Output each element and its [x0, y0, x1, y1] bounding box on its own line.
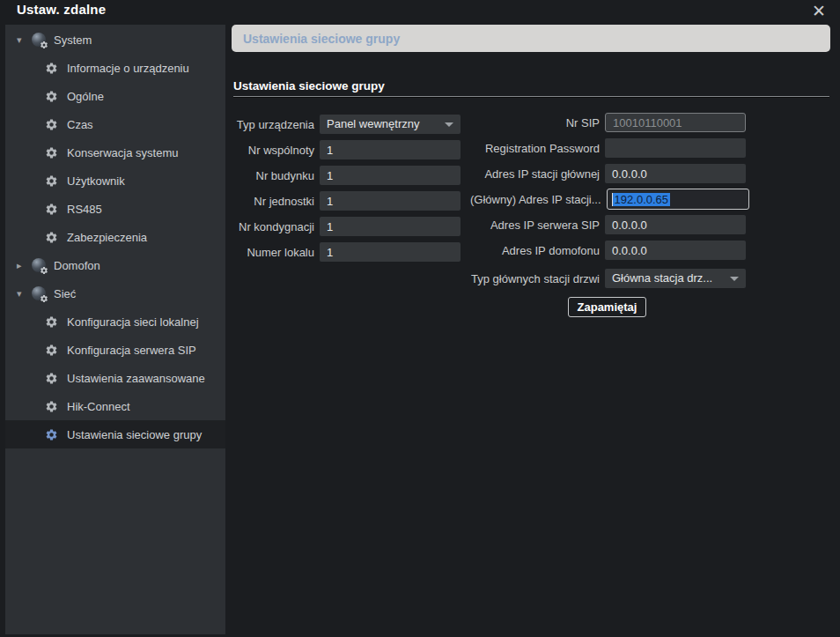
form-row-main-door-station-ip: (Główny) Adres IP stacji... 192.0.0.65	[470, 189, 749, 209]
gear-icon	[45, 203, 58, 216]
settings-tree: ▾ System Informacje o urządzeniu Ogólne …	[5, 25, 225, 448]
sidebar-item-time[interactable]: Czas	[5, 110, 225, 138]
main-station-ip-input[interactable]	[605, 164, 746, 183]
settings-sidebar: ▾ System Informacje o urządzeniu Ogólne …	[5, 25, 225, 634]
gear-icon	[45, 400, 58, 413]
form-row-sip-no: Nr SIP	[470, 113, 749, 132]
sip-server-ip-label: Adres IP serwera SIP	[470, 219, 600, 232]
building-no-input[interactable]	[320, 166, 461, 185]
intercom-ip-input[interactable]	[605, 241, 746, 260]
community-no-label: Nr wspólnoty	[232, 144, 314, 157]
gear-icon	[45, 372, 58, 385]
sidebar-item-label: Sieć	[54, 287, 76, 300]
form-row-registration-password: Registration Password	[470, 138, 749, 158]
main-station-ip-label: Adres IP stacji głównej	[470, 167, 600, 181]
gear-icon	[45, 231, 58, 244]
sidebar-item-user[interactable]: Użytkownik	[5, 167, 225, 195]
form-row-community-no: Nr wspólnoty	[232, 140, 461, 159]
sip-no-label: Nr SIP	[470, 116, 600, 130]
floor-no-label: Nr kondygnacji	[232, 220, 314, 233]
intercom-ip-label: Adres IP domofonu	[470, 244, 600, 257]
form-row-unit-no: Nr jednostki	[232, 191, 461, 211]
sidebar-item-label: RS485	[67, 203, 102, 216]
sidebar-item-group-network-settings[interactable]: Ustawienia sieciowe grupy	[5, 420, 225, 448]
save-button[interactable]: Zapamiętaj	[568, 297, 646, 317]
sidebar-item-local-network-config[interactable]: Konfiguracja sieci lokalnej	[5, 307, 225, 336]
form-row-main-station-ip: Adres IP stacji głównej	[470, 164, 749, 183]
chevron-down-icon[interactable]: ▾	[17, 35, 32, 45]
form-row-intercom-ip: Adres IP domofonu	[470, 241, 749, 260]
sidebar-item-hik-connect[interactable]: Hik-Connect	[5, 392, 225, 420]
sidebar-item-label: Konfiguracja sieci lokalnej	[67, 315, 199, 329]
window-title: Ustaw. zdalne	[17, 2, 106, 17]
section-title: Ustawienia sieciowe grupy	[233, 79, 385, 93]
unit-no-input[interactable]	[320, 191, 461, 211]
gear-icon	[45, 344, 58, 357]
building-no-label: Nr budynku	[232, 169, 314, 182]
form-row-main-door-station-type: Typ głównych stacji drzwi Główna stacja …	[470, 269, 749, 288]
unit-no-label: Nr jednostki	[232, 195, 314, 208]
sidebar-item-sip-server-config[interactable]: Konfiguracja serwera SIP	[5, 336, 225, 364]
sidebar-item-security[interactable]: Zabezpieczenia	[5, 223, 225, 251]
section-divider	[233, 96, 829, 98]
sidebar-item-device-info[interactable]: Informacje o urządzeniu	[5, 54, 225, 82]
form-row-floor-no: Nr kondygnacji	[232, 217, 461, 236]
main-door-station-ip-input[interactable]: 192.0.0.65	[607, 189, 749, 210]
device-type-value: Panel wewnętrzny	[327, 115, 420, 133]
sidebar-item-label: Użytkownik	[67, 174, 125, 188]
form-column-left: Typ urządzenia Panel wewnętrzny Nr wspól…	[232, 115, 461, 268]
close-icon[interactable]: ✕	[808, 0, 829, 23]
sidebar-item-label: Domofon	[54, 259, 100, 272]
gear-icon	[45, 62, 58, 75]
sidebar-item-network[interactable]: ▾ Sieć	[5, 279, 225, 307]
sidebar-item-label: Konserwacja systemu	[67, 146, 178, 159]
gear-icon	[45, 118, 58, 131]
gear-icon	[45, 90, 58, 103]
chevron-right-icon[interactable]: ▸	[17, 261, 32, 270]
form-row-building-no: Nr budynku	[232, 166, 461, 185]
registration-password-label: Registration Password	[470, 142, 600, 155]
device-type-select[interactable]: Panel wewnętrzny	[320, 115, 461, 134]
gear-icon	[45, 174, 58, 188]
sidebar-item-label: Ogólne	[67, 90, 104, 103]
sidebar-item-rs485[interactable]: RS485	[5, 195, 225, 223]
intercom-category-icon	[32, 258, 46, 272]
main-door-station-type-value: Główna stacja drz...	[612, 270, 712, 287]
sip-server-ip-input[interactable]	[605, 215, 746, 234]
chevron-down-icon	[445, 122, 453, 127]
sidebar-item-label: Informacje o urządzeniu	[67, 62, 189, 75]
chevron-down-icon	[730, 277, 739, 281]
sidebar-item-label: Konfiguracja serwera SIP	[67, 344, 196, 357]
floor-no-input[interactable]	[320, 217, 461, 236]
sidebar-item-general[interactable]: Ogólne	[5, 82, 225, 110]
sidebar-item-system[interactable]: ▾ System	[5, 26, 225, 54]
chevron-down-icon[interactable]: ▾	[17, 289, 32, 299]
main-door-station-type-select[interactable]: Główna stacja drz...	[605, 269, 746, 288]
gear-icon	[45, 315, 58, 329]
sidebar-item-system-maintenance[interactable]: Konserwacja systemu	[5, 138, 225, 167]
form-column-right: Nr SIP Registration Password Adres IP st…	[470, 113, 749, 294]
selected-text: 192.0.0.65	[612, 193, 670, 206]
sidebar-item-label: Zabezpieczenia	[67, 231, 147, 244]
gear-icon	[45, 146, 58, 159]
page-banner: Ustawienia sieciowe grupy	[232, 25, 830, 52]
room-no-input[interactable]	[320, 242, 461, 262]
main-door-station-type-label: Typ głównych stacji drzwi	[470, 272, 600, 285]
network-category-icon	[32, 286, 46, 300]
room-no-label: Numer lokalu	[232, 246, 314, 259]
system-category-icon	[32, 33, 46, 47]
form-row-sip-server-ip: Adres IP serwera SIP	[470, 215, 749, 234]
sidebar-item-label: Ustawienia sieciowe grupy	[67, 428, 202, 441]
main-door-station-ip-label: (Główny) Adres IP stacji...	[470, 193, 601, 206]
sidebar-item-intercom[interactable]: ▸ Domofon	[5, 251, 225, 279]
form-row-device-type: Typ urządzenia Panel wewnętrzny	[232, 115, 461, 134]
sidebar-item-label: Czas	[67, 118, 93, 131]
sidebar-item-label: Ustawienia zaawansowane	[67, 372, 205, 385]
page-banner-title: Ustawienia sieciowe grupy	[243, 32, 400, 46]
sip-no-input	[605, 113, 746, 132]
sidebar-item-label: Hik-Connect	[67, 400, 130, 413]
community-no-input[interactable]	[320, 140, 461, 159]
sidebar-item-advanced-settings[interactable]: Ustawienia zaawansowane	[5, 364, 225, 392]
registration-password-input[interactable]	[605, 138, 746, 158]
gear-icon	[45, 428, 58, 441]
